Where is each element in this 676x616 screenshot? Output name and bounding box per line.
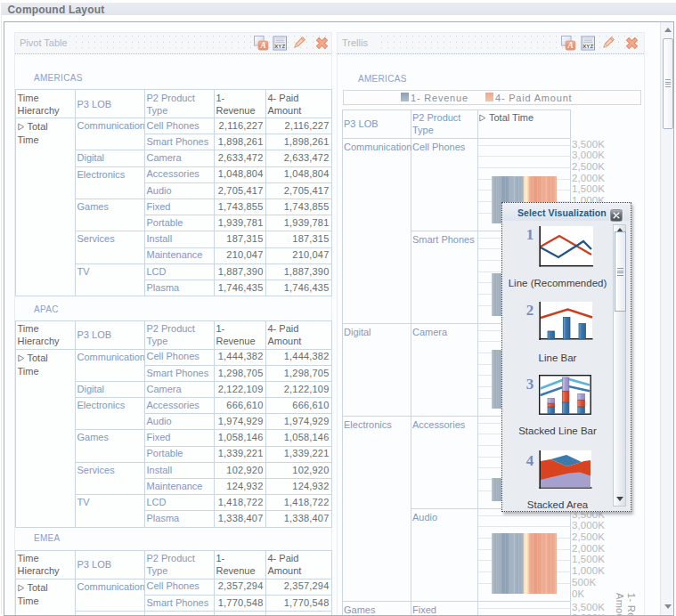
svg-text:A: A bbox=[259, 41, 265, 50]
svg-text:XYZ: XYZ bbox=[582, 44, 593, 49]
svg-text:XYZ: XYZ bbox=[274, 44, 285, 49]
svg-text:A: A bbox=[566, 41, 573, 50]
